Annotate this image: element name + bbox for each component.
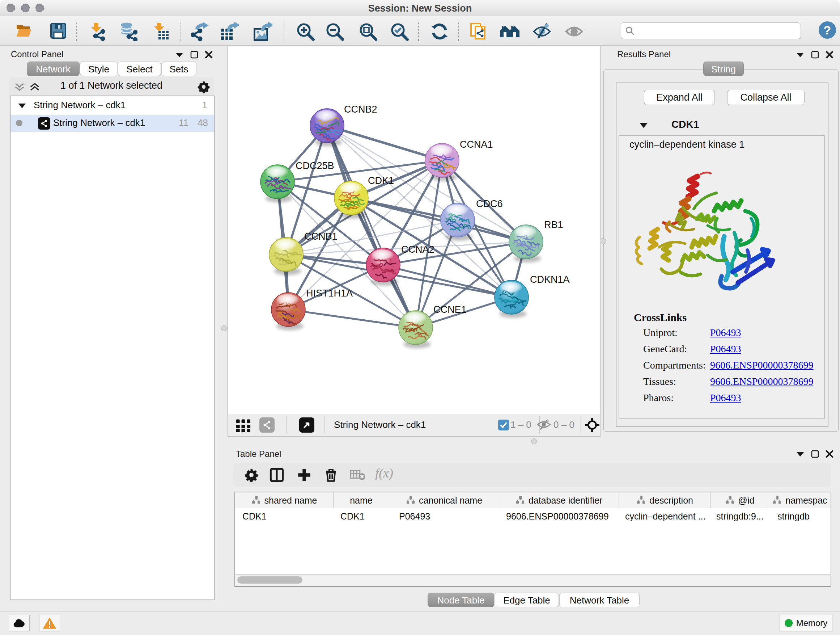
- svg-text:CCNB1: CCNB1: [304, 231, 338, 242]
- svg-text:CDC6: CDC6: [476, 198, 503, 209]
- svg-text:CCNA1: CCNA1: [460, 139, 493, 150]
- svg-text:CDKN1A: CDKN1A: [530, 274, 570, 285]
- svg-text:HIST1H1A: HIST1H1A: [306, 288, 353, 299]
- svg-text:CDK1: CDK1: [368, 175, 394, 186]
- svg-text:CCNB2: CCNB2: [344, 104, 377, 115]
- svg-text:RB1: RB1: [544, 219, 563, 230]
- svg-text:CCNA2: CCNA2: [401, 244, 434, 255]
- svg-text:CCNE1: CCNE1: [433, 304, 467, 315]
- svg-text:CDC25B: CDC25B: [295, 160, 334, 171]
